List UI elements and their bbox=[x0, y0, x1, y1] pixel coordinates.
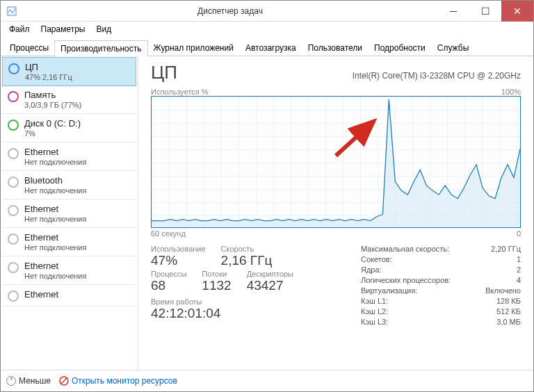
stat-processes: Процессы 68 bbox=[151, 270, 186, 293]
window-buttons: ─ ☐ ✕ bbox=[437, 1, 533, 22]
footer: ˄ Меньше Открыть монитор ресурсов bbox=[1, 370, 533, 391]
cpu-model: Intel(R) Core(TM) i3-2328M CPU @ 2.20GHz bbox=[353, 71, 521, 81]
sidebar-item-sub: Нет подключения bbox=[24, 272, 86, 280]
sidebar-item-7[interactable]: EthernetНет подключения bbox=[2, 256, 136, 285]
menu-file[interactable]: Файл bbox=[3, 23, 35, 35]
resource-ring-icon bbox=[8, 148, 19, 159]
sidebar-item-6[interactable]: EthernetНет подключения bbox=[2, 228, 136, 256]
sidebar-item-8[interactable]: Ethernet bbox=[2, 285, 136, 307]
main-panel: ЦП Intel(R) Core(TM) i3-2328M CPU @ 2.20… bbox=[138, 56, 533, 370]
stat-threads: Потоки 1132 bbox=[202, 270, 231, 293]
main-header: ЦП Intel(R) Core(TM) i3-2328M CPU @ 2.20… bbox=[151, 62, 521, 83]
menu-view[interactable]: Вид bbox=[90, 23, 117, 35]
sidebar-item-1[interactable]: Память3,0/3,9 ГБ (77%) bbox=[2, 85, 136, 114]
tab-users[interactable]: Пользователи bbox=[302, 40, 369, 56]
tab-performance[interactable]: Производительность bbox=[54, 40, 147, 56]
sidebar-item-5[interactable]: EthernetНет подключения bbox=[2, 199, 136, 228]
sidebar-item-title: Диск 0 (C: D:) bbox=[24, 118, 81, 129]
sidebar-item-sub: 47% 2,16 ГГц bbox=[25, 73, 72, 81]
sidebar-item-title: Ethernet bbox=[24, 147, 86, 157]
resource-ring-icon bbox=[8, 205, 19, 216]
resource-ring-icon bbox=[8, 120, 19, 131]
uptime-value: 42:12:01:04 bbox=[151, 306, 347, 321]
sidebar-item-title: Ethernet bbox=[24, 204, 86, 214]
close-button[interactable]: ✕ bbox=[501, 1, 533, 22]
svg-line-3 bbox=[61, 378, 67, 384]
app-icon bbox=[6, 6, 17, 17]
annotation-arrow-icon bbox=[332, 117, 381, 159]
sidebar-item-title: Память bbox=[24, 90, 81, 100]
resource-ring-icon bbox=[8, 63, 19, 74]
chart-line bbox=[152, 97, 520, 227]
tab-startup[interactable]: Автозагрузка bbox=[239, 40, 302, 56]
sidebar-item-2[interactable]: Диск 0 (C: D:)7% bbox=[2, 114, 136, 142]
uptime-label: Время работы bbox=[151, 297, 347, 306]
resource-ring-icon bbox=[8, 262, 19, 273]
menubar: Файл Параметры Вид bbox=[1, 22, 533, 37]
sidebar-item-0[interactable]: ЦП47% 2,16 ГГц bbox=[2, 57, 136, 86]
svg-line-1 bbox=[336, 121, 374, 156]
sidebar-item-4[interactable]: BluetoothНет подключения bbox=[2, 171, 136, 199]
sidebar-item-title: Ethernet bbox=[24, 232, 86, 243]
sidebar-item-sub: Нет подключения bbox=[24, 215, 86, 223]
sidebar-item-title: Ethernet bbox=[24, 289, 58, 300]
maximize-button[interactable]: ☐ bbox=[469, 1, 501, 22]
stats: Использование 47% Скорость 2,16 ГГц Проц… bbox=[151, 245, 521, 328]
stat-handles: Дескрипторы 43427 bbox=[247, 270, 293, 293]
sidebar-item-title: Bluetooth bbox=[24, 175, 86, 186]
tab-apphistory[interactable]: Журнал приложений bbox=[147, 40, 240, 56]
resource-monitor-icon bbox=[59, 376, 69, 386]
sidebar-item-sub: Нет подключения bbox=[24, 186, 86, 195]
sidebar-item-3[interactable]: EthernetНет подключения bbox=[2, 142, 136, 171]
chevron-up-icon: ˄ bbox=[6, 376, 16, 386]
resource-ring-icon bbox=[8, 177, 19, 188]
titlebar: Диспетчер задач ─ ☐ ✕ bbox=[1, 1, 533, 22]
sidebar-item-sub: Нет подключения bbox=[24, 243, 86, 252]
resource-ring-icon bbox=[8, 91, 19, 102]
stat-usage: Использование 47% bbox=[151, 245, 206, 268]
sidebar-item-title: ЦП bbox=[25, 62, 72, 72]
chart-y-labels: Используется % 100% bbox=[151, 88, 521, 96]
tabs: Процессы Производительность Журнал прило… bbox=[1, 37, 533, 56]
resource-ring-icon bbox=[8, 291, 19, 302]
stats-left: Использование 47% Скорость 2,16 ГГц Проц… bbox=[151, 245, 347, 328]
tab-details[interactable]: Подробности bbox=[368, 40, 432, 56]
tab-processes[interactable]: Процессы bbox=[3, 40, 55, 56]
cpu-chart[interactable] bbox=[151, 96, 521, 228]
sidebar-item-sub: 3,0/3,9 ГБ (77%) bbox=[24, 101, 81, 109]
chart-x-labels: 60 секунд 0 bbox=[151, 229, 521, 238]
sidebar-item-title: Ethernet bbox=[24, 261, 86, 271]
content: ЦП47% 2,16 ГГцПамять3,0/3,9 ГБ (77%)Диск… bbox=[1, 56, 533, 370]
sidebar-item-sub: 7% bbox=[24, 129, 81, 138]
page-title: ЦП bbox=[151, 62, 177, 83]
resource-ring-icon bbox=[8, 234, 19, 245]
tab-services[interactable]: Службы bbox=[431, 40, 475, 56]
minimize-button[interactable]: ─ bbox=[437, 1, 469, 22]
open-resource-monitor-link[interactable]: Открыть монитор ресурсов bbox=[59, 376, 177, 386]
sidebar-item-sub: Нет подключения bbox=[24, 158, 86, 166]
menu-options[interactable]: Параметры bbox=[35, 23, 91, 35]
fewer-details-button[interactable]: ˄ Меньше bbox=[6, 376, 51, 386]
y-max: 100% bbox=[501, 88, 521, 96]
x-right: 0 bbox=[517, 229, 521, 238]
y-label: Используется % bbox=[151, 88, 209, 96]
stat-speed: Скорость 2,16 ГГц bbox=[221, 245, 273, 268]
sidebar: ЦП47% 2,16 ГГцПамять3,0/3,9 ГБ (77%)Диск… bbox=[1, 56, 138, 370]
svg-rect-0 bbox=[8, 7, 16, 15]
window-title: Диспетчер задач bbox=[23, 6, 437, 16]
x-left: 60 секунд bbox=[151, 229, 186, 238]
cpu-info: Максимальная скорость:2,20 ГГц Сокетов:1… bbox=[361, 245, 521, 328]
